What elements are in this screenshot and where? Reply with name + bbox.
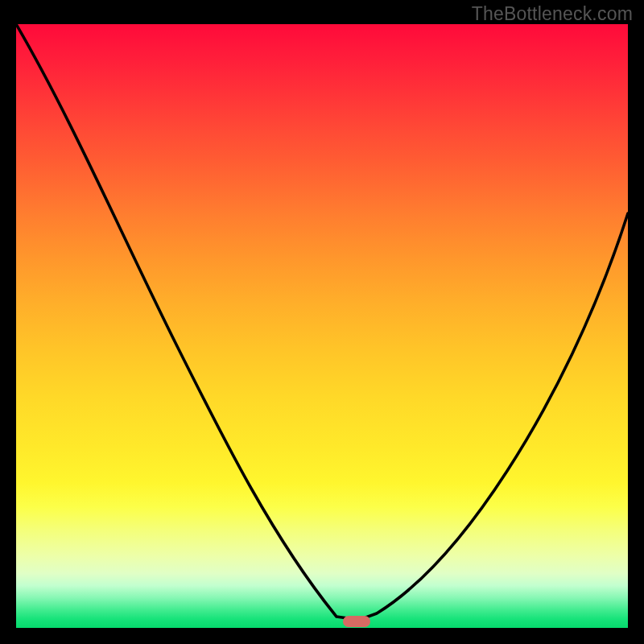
- watermark-text: TheBottleneck.com: [472, 3, 633, 25]
- chart-frame: TheBottleneck.com: [0, 0, 644, 644]
- optimal-point-marker: [343, 616, 370, 627]
- plot-area: [16, 24, 628, 628]
- bottleneck-curve: [16, 24, 628, 628]
- curve-path: [16, 24, 628, 620]
